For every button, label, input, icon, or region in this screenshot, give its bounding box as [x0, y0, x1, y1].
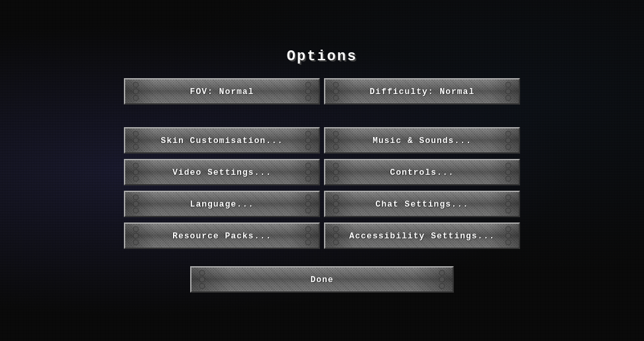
top-row: FOV: Normal: [124, 78, 520, 105]
svg-point-15: [506, 82, 511, 87]
svg-point-100: [199, 270, 205, 275]
row-4: Resource Packs...: [124, 222, 520, 249]
language-deco-left: [127, 192, 145, 216]
svg-point-95: [506, 226, 511, 232]
difficulty-button[interactable]: Difficulty: Normal: [324, 78, 520, 105]
svg-point-82: [133, 240, 138, 245]
svg-point-12: [333, 95, 339, 101]
done-row: Done: [190, 254, 454, 293]
fov-label: FOV: Normal: [190, 87, 254, 97]
video-label: Video Settings...: [172, 168, 272, 177]
svg-point-31: [333, 138, 339, 143]
accessibility-deco-left: [327, 224, 345, 248]
controls-button[interactable]: Controls...: [324, 159, 520, 185]
svg-point-50: [333, 163, 339, 168]
svg-point-107: [439, 283, 445, 289]
svg-point-11: [333, 89, 339, 94]
svg-point-67: [305, 208, 311, 213]
svg-point-27: [305, 144, 311, 150]
done-deco-right: [433, 268, 451, 291]
svg-point-102: [199, 283, 205, 289]
svg-point-32: [333, 144, 339, 150]
svg-point-75: [506, 195, 511, 200]
accessibility-button[interactable]: Accessibility Settings...: [324, 222, 520, 249]
video-button[interactable]: Video Settings...: [124, 159, 320, 185]
fov-deco-left: [127, 79, 145, 103]
svg-point-65: [305, 195, 311, 200]
svg-point-10: [333, 82, 339, 87]
svg-point-5: [305, 82, 311, 87]
svg-point-61: [133, 201, 138, 207]
svg-point-51: [333, 170, 339, 175]
chat-deco-right: [499, 192, 517, 216]
svg-point-41: [133, 170, 138, 175]
svg-point-26: [305, 138, 311, 143]
svg-point-21: [133, 138, 138, 143]
music-deco-right: [499, 128, 517, 152]
difficulty-label: Difficulty: Normal: [370, 87, 474, 97]
svg-point-80: [133, 226, 138, 232]
svg-point-47: [305, 176, 311, 181]
svg-point-55: [506, 163, 511, 168]
svg-point-22: [133, 144, 138, 150]
chat-button[interactable]: Chat Settings...: [324, 191, 520, 217]
resource-deco-right: [299, 224, 317, 248]
video-deco-left: [127, 160, 145, 184]
svg-point-72: [333, 208, 339, 213]
music-button[interactable]: Music & Sounds...: [324, 127, 520, 154]
accessibility-label: Accessibility Settings...: [349, 231, 495, 241]
svg-point-101: [199, 277, 205, 282]
svg-point-20: [133, 131, 138, 136]
done-deco-left: [193, 268, 211, 291]
options-container: Options FOV: Normal: [124, 48, 520, 293]
svg-point-6: [305, 89, 311, 94]
svg-point-7: [305, 95, 311, 101]
done-label: Done: [310, 275, 333, 285]
video-deco-right: [299, 160, 317, 184]
svg-point-66: [305, 201, 311, 207]
svg-point-86: [305, 233, 311, 238]
svg-point-57: [506, 176, 511, 181]
chat-deco-left: [327, 192, 345, 216]
done-button[interactable]: Done: [190, 266, 454, 293]
svg-point-105: [439, 270, 445, 275]
svg-point-1: [133, 89, 138, 94]
controls-deco-left: [327, 160, 345, 184]
svg-point-106: [439, 277, 445, 282]
svg-point-52: [333, 176, 339, 181]
svg-point-76: [506, 201, 511, 207]
svg-point-42: [133, 176, 138, 181]
svg-point-97: [506, 240, 511, 245]
language-button[interactable]: Language...: [124, 191, 320, 217]
svg-point-90: [333, 226, 339, 232]
svg-point-40: [133, 163, 138, 168]
svg-point-85: [305, 226, 311, 232]
row-2: Video Settings...: [124, 159, 520, 185]
svg-point-91: [333, 233, 339, 238]
svg-point-71: [333, 201, 339, 207]
controls-label: Controls...: [390, 168, 455, 177]
difficulty-deco-left: [327, 79, 345, 103]
fov-button[interactable]: FOV: Normal: [124, 78, 320, 105]
resource-packs-button[interactable]: Resource Packs...: [124, 222, 320, 249]
resource-deco-left: [127, 224, 145, 248]
svg-point-2: [133, 95, 138, 101]
svg-point-46: [305, 170, 311, 175]
skin-button[interactable]: Skin Customisation...: [124, 127, 320, 154]
controls-deco-right: [499, 160, 517, 184]
accessibility-deco-right: [499, 224, 517, 248]
svg-point-81: [133, 233, 138, 238]
svg-point-35: [506, 131, 511, 136]
svg-point-16: [506, 89, 511, 94]
svg-point-87: [305, 240, 311, 245]
svg-point-37: [506, 144, 511, 150]
music-deco-left: [327, 128, 345, 152]
svg-point-25: [305, 131, 311, 136]
svg-point-56: [506, 170, 511, 175]
svg-point-36: [506, 138, 511, 143]
svg-point-77: [506, 208, 511, 213]
language-deco-right: [299, 192, 317, 216]
svg-point-62: [133, 208, 138, 213]
row-3: Language...: [124, 191, 520, 217]
svg-point-45: [305, 163, 311, 168]
